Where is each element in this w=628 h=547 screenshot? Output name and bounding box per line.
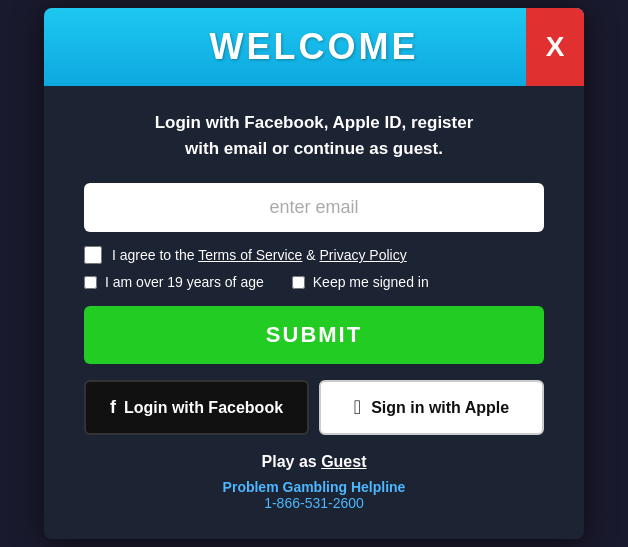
keepme-checkbox[interactable] [292,276,305,289]
modal-header: WELCOME X [44,8,584,86]
age-label: I am over 19 years of age [105,274,264,290]
keepme-label: Keep me signed in [313,274,429,290]
facebook-icon: f [110,397,116,418]
tos-checkbox[interactable] [84,246,102,264]
keepme-part: Keep me signed in [292,274,429,290]
guest-link[interactable]: Guest [321,453,366,470]
guest-prefix: Play as [262,453,322,470]
age-part: I am over 19 years of age [84,274,264,290]
social-buttons-row: f Login with Facebook  Sign in with App… [84,380,544,435]
facebook-login-button[interactable]: f Login with Facebook [84,380,309,435]
modal-container: WELCOME X Login with Facebook, Apple ID,… [44,8,584,539]
age-keepme-row: I am over 19 years of age Keep me signed… [84,274,544,290]
apple-button-label: Sign in with Apple [371,399,509,417]
guest-row: Play as Guest [84,453,544,471]
age-checkbox[interactable] [84,276,97,289]
submit-button[interactable]: SUBMIT [84,306,544,364]
modal-body: Login with Facebook, Apple ID, registerw… [44,86,584,539]
close-button[interactable]: X [526,8,584,86]
apple-login-button[interactable]:  Sign in with Apple [319,380,544,435]
privacy-link[interactable]: Privacy Policy [320,247,407,263]
facebook-button-label: Login with Facebook [124,399,283,417]
modal-title: WELCOME [210,26,419,68]
email-field[interactable] [84,183,544,232]
helpline-number: 1-866-531-2600 [84,495,544,511]
helpline-row: Problem Gambling Helpline 1-866-531-2600 [84,479,544,511]
subtitle: Login with Facebook, Apple ID, registerw… [84,110,544,161]
tos-text: I agree to the Terms of Service & Privac… [112,247,407,263]
helpline-title: Problem Gambling Helpline [84,479,544,495]
apple-icon:  [354,396,361,419]
tos-checkbox-row: I agree to the Terms of Service & Privac… [84,246,544,264]
tos-link[interactable]: Terms of Service [198,247,302,263]
